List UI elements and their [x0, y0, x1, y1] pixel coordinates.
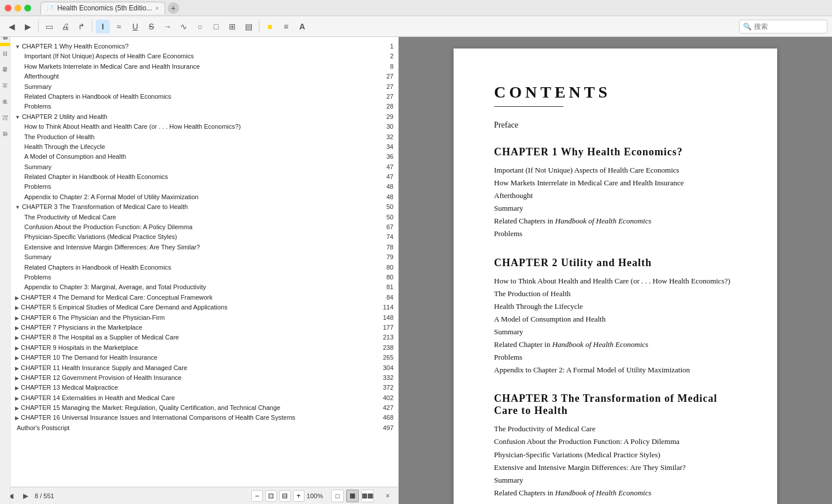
toc-sub-item[interactable]: Related Chapters in Handbook of Health E… — [10, 92, 398, 102]
toc-sub-item[interactable]: Appendix to Chapter 2: A Formal Model of… — [10, 192, 398, 202]
highlight-button[interactable]: I — [96, 20, 110, 33]
side-tab-highlight[interactable]: 略 — [0, 43, 10, 46]
toc-chapter-item[interactable]: ▶CHAPTER 14 Externalities in Health and … — [10, 393, 398, 403]
zoom-fit-width-button[interactable]: ⊟ — [279, 490, 291, 502]
main-area: 略 目 書 次 筆 記 收 ▼CHAPTER 1 Why Health Econ… — [0, 37, 832, 504]
toc-sub-item[interactable]: How to Think About Health and Health Car… — [10, 122, 398, 132]
close-panel-button[interactable]: × — [382, 490, 393, 502]
toc-chapter-item[interactable]: ▶CHAPTER 12 Government Provision of Heal… — [10, 373, 398, 383]
zoom-fit-page-button[interactable]: ⊡ — [265, 490, 277, 502]
toc-chapter-page: 177 — [383, 323, 393, 332]
toc-sub-item[interactable]: Problems48 — [10, 182, 398, 192]
toc-sub-item[interactable]: Related Chapters in Handbook of Health E… — [10, 263, 398, 272]
side-tab-note[interactable]: 筆 — [0, 106, 10, 111]
toc-sub-item[interactable]: Important (If Not Unique) Aspects of Hea… — [10, 51, 398, 61]
toc-sub-item[interactable]: Physician-Specific Variations (Medical P… — [10, 232, 398, 242]
toc-sub-page: 80 — [387, 263, 393, 272]
toc-chapter-item[interactable]: Author's Postscript497 — [10, 423, 398, 433]
toc-chapter-item[interactable]: ▶CHAPTER 7 Physicians in the Marketplace… — [10, 323, 398, 333]
forward-button[interactable]: ▶ — [21, 20, 35, 33]
grid-button[interactable]: ⊞ — [225, 20, 239, 33]
toc-sub-page: 2 — [390, 52, 393, 61]
maximize-window-button[interactable] — [24, 5, 31, 12]
sidebar-toggle-button[interactable]: ▭ — [42, 20, 56, 33]
arrow-button[interactable]: → — [161, 20, 174, 33]
underline-squiggle-button[interactable]: ≈ — [112, 20, 126, 33]
toc-chapter-item[interactable]: ▶CHAPTER 11 Health Insurance Supply and … — [10, 363, 398, 373]
pdf-chapter-item: Related Chapters in Handbook of Health E… — [494, 487, 742, 499]
side-tab-toc[interactable]: 目 — [0, 58, 10, 62]
toc-sub-item[interactable]: A Model of Consumption and Health36 — [10, 152, 398, 162]
toc-sub-item[interactable]: Summary47 — [10, 162, 398, 172]
continuous-view-button[interactable]: ▦▦ — [361, 490, 374, 502]
toc-sub-item[interactable]: The Productivity of Medical Care50 — [10, 212, 398, 222]
next-page-button[interactable]: ▶ — [20, 490, 31, 502]
side-tab-bookmark[interactable]: 書 — [0, 74, 10, 79]
toc-chapter-item[interactable]: ▶CHAPTER 10 The Demand for Health Insura… — [10, 353, 398, 363]
toc-chapter-item[interactable]: ▼CHAPTER 1 Why Health Economics?1 — [10, 42, 398, 51]
toc-chapter-item[interactable]: ▶CHAPTER 6 The Physician and the Physici… — [10, 313, 398, 323]
toc-chapter-item[interactable]: ▼CHAPTER 3 The Transformation of Medical… — [10, 202, 398, 212]
print-button[interactable]: 🖨 — [58, 20, 72, 33]
toc-sub-title: Confusion About the Production Function:… — [24, 223, 382, 232]
zoom-in-button[interactable]: + — [293, 490, 304, 502]
toc-chapter-title: CHAPTER 2 Utility and Health — [22, 113, 382, 121]
search-input[interactable] — [754, 23, 823, 31]
pdf-tab[interactable]: 📄 Health Economics (5th Editio... × — [40, 2, 165, 14]
wave-button[interactable]: ∿ — [177, 20, 191, 33]
toc-sub-item[interactable]: Summary27 — [10, 82, 398, 92]
toc-sub-title: Summary — [24, 253, 382, 262]
side-tab-next[interactable]: 次 — [0, 90, 10, 95]
toc-sub-item[interactable]: Afterthought27 — [10, 72, 398, 81]
toc-arrow: ▼ — [15, 114, 20, 121]
toc-chapter-page: 372 — [383, 383, 393, 392]
toc-sub-item[interactable]: Problems28 — [10, 102, 398, 111]
toc-chapter-item[interactable]: ▶CHAPTER 5 Empirical Studies of Medical … — [10, 303, 398, 312]
toc-sub-item[interactable]: Problems80 — [10, 272, 398, 282]
toc-sub-item[interactable]: Extensive and Intensive Margin Differenc… — [10, 242, 398, 252]
side-tab-record[interactable]: 記 — [0, 122, 10, 127]
toc-sub-item[interactable]: Summary79 — [10, 252, 398, 262]
toc-chapter-title: CHAPTER 3 The Transformation of Medical … — [22, 203, 382, 211]
toc-chapter-item[interactable]: ▼CHAPTER 2 Utility and Health29 — [10, 112, 398, 122]
toc-sub-item[interactable]: How Markets Interrelate in Medical Care … — [10, 62, 398, 72]
toc-chapter-item[interactable]: ▶CHAPTER 15 Managing the Market: Regulat… — [10, 403, 398, 413]
toc-sub-item[interactable]: Health Through the Lifecycle34 — [10, 142, 398, 152]
toc-sub-item[interactable]: Related Chapter in Handbook of Health Ec… — [10, 172, 398, 182]
toc-sub-item[interactable]: Confusion About the Production Function:… — [10, 222, 398, 232]
toc-arrow: ▶ — [15, 395, 19, 402]
toc-arrow: ▶ — [15, 304, 19, 312]
contents-title: CONTENTS — [494, 83, 742, 102]
circle-button[interactable]: ○ — [193, 20, 207, 33]
toc-sub-title: Appendix to Chapter 3: Marginal, Average… — [24, 283, 382, 292]
menu-button[interactable]: ≡ — [279, 20, 293, 33]
toc-chapter-item[interactable]: ▶CHAPTER 4 The Demand for Medical Care: … — [10, 293, 398, 303]
single-page-view-button[interactable]: □ — [331, 490, 344, 502]
strikethrough-button[interactable]: S — [144, 20, 158, 33]
toc-chapter-title: CHAPTER 11 Health Insurance Supply and M… — [21, 364, 378, 372]
toc-chapter-item[interactable]: ▶CHAPTER 9 Hospitals in the Marketplace2… — [10, 343, 398, 353]
color-button[interactable]: ■ — [263, 20, 277, 33]
rectangle-button[interactable]: □ — [209, 20, 223, 33]
toc-chapter-item[interactable]: ▶CHAPTER 13 Medical Malpractice372 — [10, 383, 398, 393]
toc-sub-item[interactable]: Appendix to Chapter 3: Marginal, Average… — [10, 282, 398, 292]
font-button[interactable]: A — [295, 20, 309, 33]
pdf-chapter-item: The Productivity of Medical Care — [494, 423, 742, 435]
double-page-view-button[interactable]: ▦ — [346, 490, 359, 502]
minimize-window-button[interactable] — [14, 5, 21, 12]
zoom-out-button[interactable]: − — [251, 490, 263, 502]
share-button[interactable]: ↱ — [75, 20, 88, 33]
toc-chapter-item[interactable]: ▶CHAPTER 8 The Hospital as a Supplier of… — [10, 333, 398, 342]
toc-chapter-item[interactable]: ▶CHAPTER 16 Universal Insurance Issues a… — [10, 413, 398, 423]
tab-close-button[interactable]: × — [155, 5, 159, 12]
underline-button[interactable]: U — [128, 20, 142, 33]
left-panel: 略 目 書 次 筆 記 收 ▼CHAPTER 1 Why Health Econ… — [0, 37, 399, 504]
side-tab-collect[interactable]: 收 — [0, 139, 10, 143]
toc-sub-item[interactable]: The Production of Health32 — [10, 132, 398, 142]
toc-sub-title: Physician-Specific Variations (Medical P… — [24, 233, 382, 241]
title-bar: 📄 Health Economics (5th Editio... × + — [0, 0, 832, 16]
new-tab-button[interactable]: + — [168, 2, 179, 14]
textbox-button[interactable]: ▤ — [242, 20, 255, 33]
back-button[interactable]: ◀ — [5, 20, 18, 33]
close-window-button[interactable] — [5, 5, 12, 12]
